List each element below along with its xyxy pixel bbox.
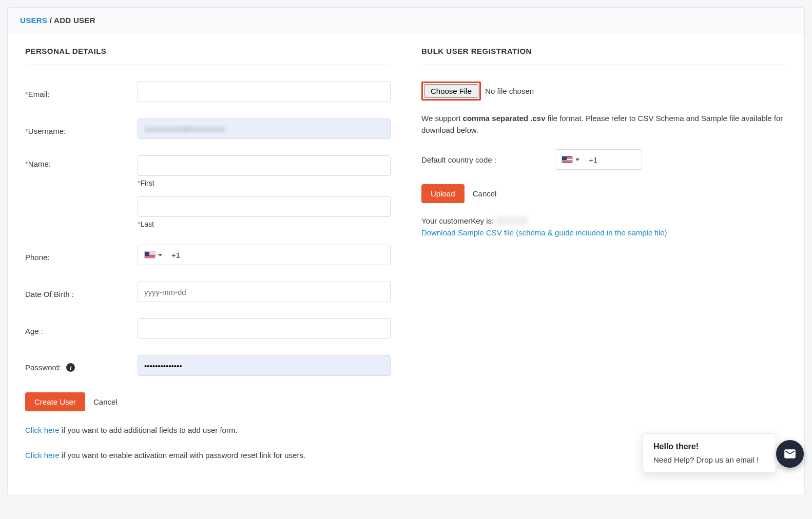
choose-file-highlight: Choose File (421, 82, 481, 101)
chat-fab-button[interactable] (776, 440, 804, 468)
first-sublabel: *First (138, 179, 391, 187)
breadcrumb-current: ADD USER (54, 16, 95, 25)
dob-label: Date Of Birth : (25, 286, 130, 298)
chat-popup[interactable]: Hello there! Need Help? Drop us an email… (643, 433, 776, 473)
cancel-button[interactable]: Cancel (87, 392, 124, 411)
phone-country-selector[interactable] (138, 251, 168, 258)
bulk-cancel-button[interactable]: Cancel (467, 184, 503, 203)
name-label: *Name: (25, 155, 130, 168)
phone-field[interactable]: +1 (138, 245, 391, 265)
default-country-select[interactable]: +1 (555, 149, 642, 170)
age-field[interactable] (138, 318, 391, 339)
upload-button[interactable]: Upload (421, 184, 465, 203)
phone-country-code: +1 (168, 251, 180, 260)
personal-details-title: PERSONAL DETAILS (25, 47, 391, 65)
choose-file-button[interactable]: Choose File (424, 84, 478, 98)
username-label: *Username: (25, 123, 130, 135)
click-here-activation-link[interactable]: Click here (25, 451, 60, 460)
username-field[interactable] (138, 118, 391, 139)
last-sublabel: *Last (138, 220, 391, 228)
chevron-down-icon (575, 158, 579, 161)
chevron-down-icon (158, 254, 162, 256)
age-label: Age : (25, 323, 130, 335)
customer-key-value: XXXXX (496, 216, 528, 225)
helper-additional-fields: Click here if you want to add additional… (25, 425, 391, 436)
email-label: *Email: (25, 86, 130, 98)
create-user-button[interactable]: Create User (25, 392, 85, 411)
csv-support-text: We support comma separated .csv file for… (421, 113, 787, 136)
dob-field[interactable] (138, 282, 391, 302)
file-status: No file chosen (485, 87, 534, 95)
first-name-field[interactable] (138, 155, 391, 176)
breadcrumb-sep: / (50, 16, 52, 25)
breadcrumb-users-link[interactable]: USERS (20, 16, 47, 25)
customer-key-text: Your customerKey is: XXXXX (421, 216, 787, 225)
chat-popup-title: Hello there! (653, 442, 765, 451)
bulk-registration-title: BULK USER REGISTRATION (421, 47, 787, 65)
phone-label: Phone: (25, 249, 130, 262)
helper-activation-email: Click here if you want to enable activat… (25, 450, 391, 462)
default-country-code: +1 (586, 155, 597, 164)
us-flag-icon (144, 251, 156, 258)
info-icon[interactable]: i (66, 363, 75, 372)
password-field[interactable] (138, 355, 391, 376)
us-flag-icon (562, 156, 573, 163)
last-name-field[interactable] (138, 196, 391, 217)
mail-icon (783, 447, 797, 461)
breadcrumb: USERS / ADD USER (8, 8, 804, 33)
download-sample-link[interactable]: Download Sample CSV file (schema & guide… (421, 228, 667, 237)
default-country-label: Default country code : (421, 155, 545, 164)
chat-popup-body: Need Help? Drop us an email ! (653, 455, 765, 464)
click-here-additional-link[interactable]: Click here (25, 426, 60, 434)
email-field[interactable] (138, 82, 391, 102)
password-label: Password: i (25, 359, 130, 373)
